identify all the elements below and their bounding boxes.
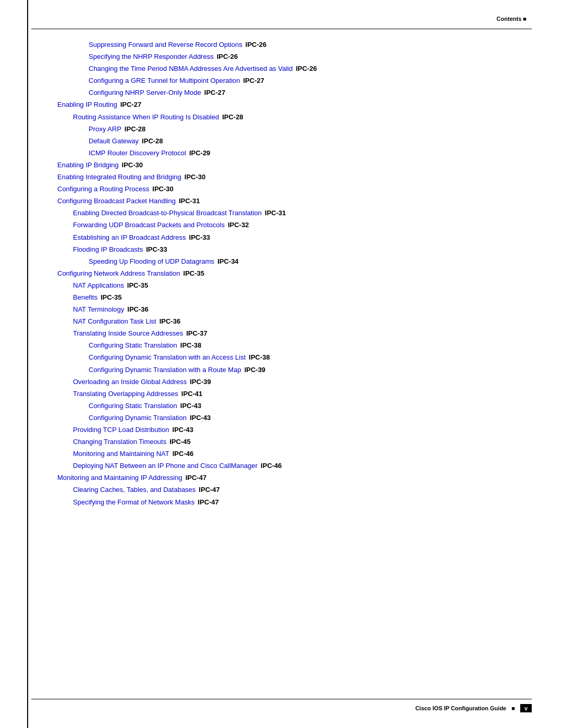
toc-link[interactable]: Configuring Dynamic Translation with a R… <box>89 364 241 376</box>
toc-link[interactable]: NAT Terminology <box>73 304 124 315</box>
toc-item: Enabling IP BridgingIPC-30 <box>42 159 527 171</box>
toc-link[interactable]: Specifying the Format of Network Masks <box>73 497 194 508</box>
toc-item: Proxy ARPIPC-28 <box>42 124 527 135</box>
toc-item: Configuring Network Address TranslationI… <box>42 268 527 279</box>
toc-item: Configuring Dynamic Translation with an … <box>42 352 527 363</box>
toc-page: IPC-30 <box>152 183 173 195</box>
page-container: Contents ■ Suppressing Forward and Rever… <box>0 0 563 728</box>
toc-link[interactable]: Overloading an Inside Global Address <box>73 376 187 388</box>
toc-link[interactable]: Deploying NAT Between an IP Phone and Ci… <box>73 460 258 472</box>
toc-link[interactable]: Configuring Dynamic Translation with an … <box>89 352 246 363</box>
footer-text: Cisco IOS IP Configuration Guide <box>415 705 507 711</box>
toc-item: Enabling IP RoutingIPC-27 <box>42 99 527 110</box>
toc-link[interactable]: Clearing Caches, Tables, and Databases <box>73 484 195 496</box>
toc-item: BenefitsIPC-35 <box>42 292 527 303</box>
toc-item: Default GatewayIPC-28 <box>42 135 527 147</box>
toc-link[interactable]: Default Gateway <box>89 135 139 147</box>
top-border <box>31 29 532 29</box>
toc-link[interactable]: Configuring Dynamic Translation <box>89 412 187 424</box>
toc-link[interactable]: Configuring Static Translation <box>89 400 177 412</box>
toc-link[interactable]: Monitoring and Maintaining IP Addressing <box>57 472 182 484</box>
toc-link[interactable]: Translating Inside Source Addresses <box>73 328 183 339</box>
toc-link[interactable]: Configuring a GRE Tunnel for Multipoint … <box>89 75 240 87</box>
toc-page: IPC-30 <box>185 171 205 183</box>
toc-page: IPC-36 <box>160 316 180 327</box>
toc-item: Specifying the NHRP Responder AddressIPC… <box>42 51 527 63</box>
toc-link[interactable]: ICMP Router Discovery Protocol <box>89 147 186 159</box>
toc-page: IPC-27 <box>120 99 141 110</box>
toc-page: IPC-35 <box>101 292 121 303</box>
toc-link[interactable]: Configuring a Routing Process <box>57 183 149 195</box>
toc-page: IPC-27 <box>204 87 225 98</box>
toc-page: IPC-47 <box>199 484 219 496</box>
toc-page: IPC-36 <box>127 304 148 315</box>
toc-item: Suppressing Forward and Reverse Record O… <box>42 39 527 51</box>
toc-link[interactable]: Benefits <box>73 292 97 303</box>
toc-item: Enabling Integrated Routing and Bridging… <box>42 171 527 183</box>
toc-link[interactable]: Forwarding UDP Broadcast Packets and Pro… <box>73 219 225 231</box>
toc-item: ICMP Router Discovery ProtocolIPC-29 <box>42 147 527 159</box>
toc-page: IPC-27 <box>243 75 264 87</box>
footer-symbol: ■ <box>511 705 515 711</box>
toc-item: Flooding IP BroadcastsIPC-33 <box>42 244 527 255</box>
toc-link[interactable]: Configuring Network Address Translation <box>57 268 180 279</box>
toc-page: IPC-37 <box>186 328 207 339</box>
toc-link[interactable]: Enabling Directed Broadcast-to-Physical … <box>73 207 262 219</box>
toc-page: IPC-45 <box>169 436 190 448</box>
toc-item: Monitoring and Maintaining IP Addressing… <box>42 472 527 484</box>
toc-item: Enabling Directed Broadcast-to-Physical … <box>42 207 527 219</box>
toc-page: IPC-32 <box>228 219 249 231</box>
toc-page: IPC-26 <box>246 39 266 51</box>
toc-page: IPC-47 <box>186 472 206 484</box>
toc-page: IPC-39 <box>244 364 265 376</box>
toc-item: Overloading an Inside Global AddressIPC-… <box>42 376 527 388</box>
toc-link[interactable]: Configuring NHRP Server-Only Mode <box>89 87 201 98</box>
toc-item: Speeding Up Flooding of UDP DatagramsIPC… <box>42 256 527 267</box>
toc-link[interactable]: Configuring Broadcast Packet Handling <box>57 195 176 207</box>
toc-item: Deploying NAT Between an IP Phone and Ci… <box>42 460 527 472</box>
toc-item: Configuring Broadcast Packet HandlingIPC… <box>42 195 527 207</box>
toc-link[interactable]: Enabling Integrated Routing and Bridging <box>57 171 181 183</box>
toc-link[interactable]: Changing Translation Timeouts <box>73 436 166 448</box>
toc-page: IPC-46 <box>261 460 282 472</box>
toc-page: IPC-29 <box>189 147 210 159</box>
toc-link[interactable]: Routing Assistance When IP Routing Is Di… <box>73 112 219 123</box>
toc-page: IPC-38 <box>249 352 270 363</box>
toc-page: IPC-41 <box>181 388 202 400</box>
toc-page: IPC-28 <box>125 124 145 135</box>
toc-item: Configuring Dynamic Translation with a R… <box>42 364 527 376</box>
toc-page: IPC-35 <box>183 268 204 279</box>
toc-item: NAT TerminologyIPC-36 <box>42 304 527 315</box>
toc-link[interactable]: NAT Applications <box>73 280 124 291</box>
toc-link[interactable]: Flooding IP Broadcasts <box>73 244 143 255</box>
toc-link[interactable]: Establishing an IP Broadcast Address <box>73 232 186 243</box>
toc-item: Monitoring and Maintaining NATIPC-46 <box>42 448 527 460</box>
toc-item: Routing Assistance When IP Routing Is Di… <box>42 112 527 123</box>
toc-link[interactable]: Enabling IP Bridging <box>57 159 119 171</box>
toc-item: Clearing Caches, Tables, and DatabasesIP… <box>42 484 527 496</box>
toc-item: NAT Configuration Task ListIPC-36 <box>42 316 527 327</box>
toc-item: Translating Overlapping AddressesIPC-41 <box>42 388 527 400</box>
toc-link[interactable]: Suppressing Forward and Reverse Record O… <box>89 39 242 51</box>
page-footer: Cisco IOS IP Configuration Guide ■ v <box>415 704 532 712</box>
toc-link[interactable]: Specifying the NHRP Responder Address <box>89 51 214 63</box>
toc-item: NAT ApplicationsIPC-35 <box>42 280 527 291</box>
toc-link[interactable]: Enabling IP Routing <box>57 99 117 110</box>
toc-item: Changing Translation TimeoutsIPC-45 <box>42 436 527 448</box>
toc-link[interactable]: NAT Configuration Task List <box>73 316 156 327</box>
toc-item: Configuring Static TranslationIPC-38 <box>42 340 527 351</box>
header-label: Contents <box>497 16 522 22</box>
toc-content: Suppressing Forward and Reverse Record O… <box>42 39 527 509</box>
toc-link[interactable]: Configuring Static Translation <box>89 340 177 351</box>
toc-page: IPC-31 <box>265 207 286 219</box>
toc-page: IPC-43 <box>190 412 211 424</box>
toc-link[interactable]: Proxy ARP <box>89 124 121 135</box>
toc-link[interactable]: Translating Overlapping Addresses <box>73 388 178 400</box>
bottom-border <box>31 699 532 699</box>
toc-link[interactable]: Monitoring and Maintaining NAT <box>73 448 169 460</box>
toc-item: Configuring a GRE Tunnel for Multipoint … <box>42 75 527 87</box>
toc-link[interactable]: Speeding Up Flooding of UDP Datagrams <box>89 256 214 267</box>
toc-link[interactable]: Changing the Time Period NBMA Addresses … <box>89 63 292 75</box>
toc-link[interactable]: Providing TCP Load Distribution <box>73 424 169 436</box>
toc-page: IPC-28 <box>142 135 163 147</box>
